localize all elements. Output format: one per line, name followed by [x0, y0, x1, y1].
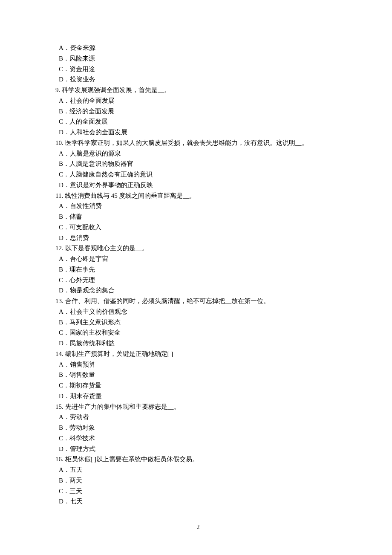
option-text: C．期初存货量: [55, 380, 341, 391]
option-text: C．心外无理: [55, 275, 341, 286]
option-text: D．七天: [55, 496, 341, 507]
question-text: 12. 以下是客观唯心主义的是__。: [55, 243, 341, 254]
option-text: A．五天: [55, 465, 341, 475]
option-text: D．民族传统和利益: [55, 338, 341, 349]
option-text: B．储蓄: [55, 211, 341, 222]
option-text: A．自发性消费: [55, 201, 341, 211]
option-text: C．资金用途: [55, 64, 341, 75]
option-text: C．人的全面发展: [55, 116, 341, 127]
option-text: B．经济的全面发展: [55, 106, 341, 117]
option-text: B．马列主义意识形态: [55, 317, 341, 328]
question-text: 15. 先进生产力的集中体现和主要标志是__。: [55, 402, 341, 412]
option-text: B．风险来源: [55, 53, 341, 64]
option-text: B．劳动对象: [55, 422, 341, 433]
option-text: A．社会的全面发展: [55, 95, 341, 106]
content-body: A．资金来源B．风险来源C．资金用途D．投资业务9. 科学发展观强调全面发展，首…: [55, 43, 341, 507]
option-text: A．人脑是意识的源泉: [55, 148, 341, 159]
question-text: 11. 线性消费曲线与 45 度线之间的垂直距离是__。: [55, 191, 341, 201]
option-text: A．劳动者: [55, 412, 341, 422]
option-text: D．投资业务: [55, 74, 341, 85]
option-text: B．理在事先: [55, 264, 341, 275]
option-text: B．销售数量: [55, 370, 341, 380]
question-text: 10. 医学科学家证明，如果人的大脑皮层受损，就会丧失思维能力，没有意识。这说明…: [55, 138, 341, 148]
option-text: D．总消费: [55, 233, 341, 243]
question-text: 9. 科学发展观强调全面发展，首先是__。: [55, 85, 341, 95]
option-text: C．可支配收入: [55, 222, 341, 233]
question-text: 16. 柜员休假[ ]以上需要在系统中做柜员休假交易。: [55, 454, 341, 465]
option-text: D．物是观念的集合: [55, 285, 341, 296]
option-text: B．两天: [55, 475, 341, 486]
option-text: C．国家的主权和安全: [55, 327, 341, 338]
option-text: B．人脑是意识的物质器官: [55, 159, 341, 169]
option-text: D．人和社会的全面发展: [55, 127, 341, 138]
option-text: C．三天: [55, 486, 341, 497]
option-text: A．销售预算: [55, 359, 341, 370]
option-text: A．吾心即是宇宙: [55, 254, 341, 264]
option-text: C．人脑健康自然会有正确的意识: [55, 169, 341, 180]
page-number: 2: [55, 522, 341, 532]
option-text: D．意识是对外界事物的正确反映: [55, 180, 341, 191]
option-text: A．资金来源: [55, 43, 341, 53]
question-text: 14. 编制生产预算时，关键是正确地确定[ ]: [55, 349, 341, 359]
option-text: D．管理方式: [55, 444, 341, 454]
option-text: D．期末存货量: [55, 391, 341, 402]
document-page: A．资金来源B．风险来源C．资金用途D．投资业务9. 科学发展观强调全面发展，首…: [0, 0, 392, 549]
option-text: C．科学技术: [55, 433, 341, 444]
option-text: A．社会主义的价值观念: [55, 306, 341, 317]
question-text: 13. 合作、利用、借鉴的同时，必须头脑清醒，绝不可忘掉把__放在第一位。: [55, 296, 341, 306]
